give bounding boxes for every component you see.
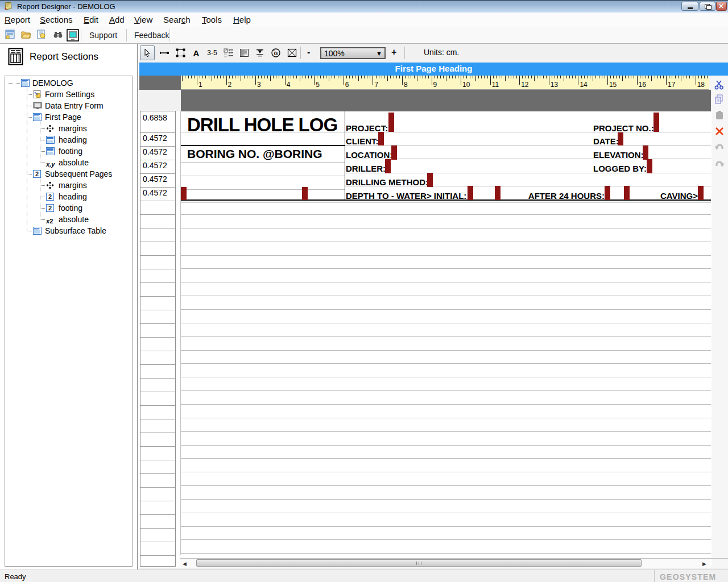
field-label[interactable]: ELEVATION: <box>593 150 644 160</box>
grid-row-line <box>181 553 711 554</box>
tree-item-subsurface-table[interactable]: Subsurface Table <box>45 226 106 235</box>
menu-add[interactable]: Add <box>109 15 125 24</box>
print-preview-icon[interactable] <box>36 29 49 43</box>
hscrollbar-thumb[interactable] <box>196 559 642 567</box>
field-label[interactable]: DATE: <box>593 136 619 146</box>
ruler-tick <box>273 76 274 78</box>
tool-line[interactable] <box>157 45 172 60</box>
tree-item-margins[interactable]: margins <box>59 124 87 133</box>
zoom-dropdown-arrow[interactable]: ▼ <box>376 50 382 57</box>
redo-icon[interactable] <box>713 159 726 171</box>
field-label[interactable]: CAVING> <box>660 191 698 201</box>
field-marker[interactable] <box>388 113 394 132</box>
field-label[interactable]: AFTER 24 HOURS: <box>528 191 605 201</box>
zoom-in-button[interactable]: + <box>391 47 396 57</box>
report-title[interactable]: DRILL HOLE LOG <box>187 114 337 136</box>
cell-line <box>345 159 711 159</box>
row-height-value[interactable]: 0.4572 <box>143 147 167 156</box>
field-marker[interactable] <box>495 186 500 200</box>
restore-button[interactable] <box>700 2 715 11</box>
report-icon[interactable] <box>5 29 18 43</box>
menu-tools[interactable]: Tools <box>202 15 222 24</box>
field-label[interactable]: CLIENT: <box>346 136 379 146</box>
tool-text[interactable]: A <box>189 45 204 60</box>
tree-item-subsequent-pages[interactable]: Subsequent Pages <box>45 169 112 178</box>
tool-table[interactable] <box>237 45 251 60</box>
field-marker[interactable] <box>698 186 704 200</box>
tree-connector <box>9 83 20 84</box>
tree-item-heading[interactable]: heading <box>59 135 87 144</box>
field-label[interactable]: DEPTH TO - WATER> INITIAL: <box>346 191 466 201</box>
field-marker[interactable] <box>653 113 659 132</box>
field-marker[interactable] <box>618 132 623 146</box>
binoculars-icon[interactable] <box>52 29 66 43</box>
menu-bar: ReportSectionsEditAddViewSearchToolsHelp <box>0 13 728 27</box>
field-marker[interactable] <box>385 159 391 173</box>
tree-item-demolog[interactable]: DEMOLOG <box>32 78 73 88</box>
menu-sections[interactable]: Sections <box>40 15 73 24</box>
field-label[interactable]: DRILLER: <box>346 164 386 173</box>
field-marker[interactable] <box>302 187 308 200</box>
field-label[interactable]: PROJECT NO.: <box>593 123 654 133</box>
tool-cursor[interactable] <box>140 45 155 60</box>
field-marker[interactable] <box>605 186 610 200</box>
cut-icon[interactable] <box>713 79 726 92</box>
row-height-value[interactable]: 0.4572 <box>143 188 167 197</box>
tree-item-heading[interactable]: heading <box>59 192 87 201</box>
field-marker[interactable] <box>181 187 187 200</box>
field-label[interactable]: LOGGED BY: <box>593 164 647 173</box>
menu-edit[interactable]: Edit <box>84 15 98 24</box>
field-label[interactable]: DRILLING METHOD: <box>346 177 428 187</box>
boring-line[interactable]: BORING NO. @BORING <box>187 147 322 161</box>
scroll-right-arrow[interactable]: ▶ <box>702 561 706 567</box>
menu-view[interactable]: View <box>134 15 152 24</box>
tree-item-data-entry-form[interactable]: Data Entry Form <box>45 101 104 110</box>
field-label[interactable]: LOCATION: <box>346 150 392 160</box>
field-marker[interactable] <box>624 186 630 200</box>
scroll-left-arrow[interactable]: ◀ <box>183 561 187 567</box>
measurement-row-line <box>140 160 175 160</box>
tool-rectangle[interactable] <box>173 45 188 60</box>
measurement-row-line <box>140 323 175 324</box>
menu-report[interactable]: Report <box>5 15 30 24</box>
tree-item-absolute[interactable]: absolute <box>59 158 89 167</box>
panel-divider[interactable] <box>137 44 138 569</box>
tree-item-absolute[interactable]: absolute <box>59 215 89 224</box>
tool-water-level[interactable] <box>253 45 267 60</box>
row-height-value[interactable]: 0.4572 <box>143 161 167 170</box>
tool-number-range[interactable]: 3-5 <box>205 45 220 60</box>
row-height-value[interactable]: 0.4572 <box>143 134 167 143</box>
feedback-button[interactable]: Feedback <box>134 31 169 40</box>
copy-icon[interactable] <box>713 94 726 106</box>
row-height-value[interactable]: 0.4572 <box>143 174 167 184</box>
tool-box[interactable] <box>284 45 299 60</box>
tree-item-footing[interactable]: footing <box>59 147 82 156</box>
tool-symbol[interactable]: G <box>268 45 283 60</box>
zoom-select[interactable]: 100% ▼ <box>320 47 386 59</box>
undo-icon[interactable] <box>713 142 726 154</box>
field-marker[interactable] <box>427 173 433 187</box>
open-folder-icon[interactable] <box>20 29 34 43</box>
zoom-out-button[interactable]: - <box>307 47 310 57</box>
menu-help[interactable]: Help <box>233 15 251 24</box>
tree-item-form-settings[interactable]: Form Settings <box>45 90 94 99</box>
tree-item-margins[interactable]: margins <box>59 181 87 190</box>
row-height-value[interactable]: 0.6858 <box>143 113 167 122</box>
tool-form-grid[interactable] <box>221 45 235 60</box>
minimize-button[interactable] <box>681 2 698 11</box>
field-marker[interactable] <box>647 159 652 173</box>
close-button[interactable]: ✕ <box>716 2 727 11</box>
field-marker[interactable] <box>391 146 397 160</box>
support-button[interactable]: Support <box>89 31 117 40</box>
field-marker[interactable] <box>468 186 473 200</box>
field-marker[interactable] <box>378 132 384 146</box>
data-form-icon[interactable] <box>67 29 80 43</box>
menu-search[interactable]: Search <box>163 15 191 24</box>
field-marker[interactable] <box>643 146 648 160</box>
tree-item-first-page[interactable]: First Page <box>45 113 81 122</box>
ruler-tick <box>599 76 599 78</box>
grid-row-line <box>181 350 711 351</box>
paste-icon[interactable] <box>713 110 726 122</box>
tree-item-footing[interactable]: footing <box>59 203 82 213</box>
delete-icon[interactable] <box>713 126 726 138</box>
